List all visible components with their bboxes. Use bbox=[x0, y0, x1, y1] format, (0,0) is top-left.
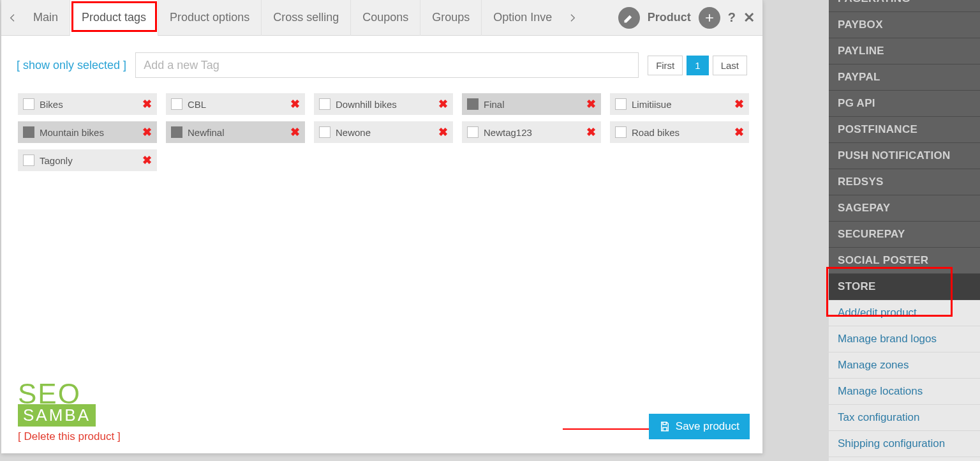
show-only-selected-link[interactable]: show only selected bbox=[17, 59, 126, 72]
tag-delete-button[interactable]: ✖ bbox=[438, 97, 448, 111]
tab-label: Coupons bbox=[362, 11, 408, 24]
right-sidebar: PAGERATINGPAYBOXPAYLINEPAYPALPG APIPOSTF… bbox=[829, 0, 980, 461]
sidebar-group[interactable]: PAYBOX bbox=[829, 12, 980, 38]
tab-product-tags[interactable]: Product tags bbox=[70, 0, 158, 36]
tab-label: Main bbox=[33, 11, 58, 24]
sidebar-sub-item[interactable]: Tax configuration bbox=[829, 405, 980, 431]
add-button[interactable] bbox=[699, 7, 720, 29]
tag-checkbox[interactable] bbox=[319, 98, 330, 110]
tag-checkbox[interactable] bbox=[23, 98, 34, 110]
sidebar-group[interactable]: SECUREPAY bbox=[829, 222, 980, 248]
pager-page-1[interactable]: 1 bbox=[687, 56, 708, 75]
tag-item: Newone✖ bbox=[314, 121, 453, 143]
tag-label: Newone bbox=[336, 127, 433, 138]
tag-label: CBL bbox=[188, 99, 285, 110]
tag-label: Limitiisue bbox=[632, 99, 729, 110]
tag-item: Tagonly✖ bbox=[18, 149, 157, 171]
tag-label: Newfinal bbox=[188, 127, 285, 138]
logo-top: SEO bbox=[18, 381, 747, 407]
tag-checkbox[interactable] bbox=[467, 126, 479, 138]
tag-item: Final✖ bbox=[462, 93, 601, 115]
tab-cross-selling[interactable]: Cross selling bbox=[262, 0, 351, 36]
tab-label: Product tags bbox=[82, 11, 146, 24]
sidebar-sub-item[interactable]: Add/edit product bbox=[829, 300, 980, 326]
tab-label: Groups bbox=[432, 11, 470, 24]
tag-item: Newfinal✖ bbox=[166, 121, 305, 143]
sidebar-group[interactable]: PG API bbox=[829, 91, 980, 117]
tag-delete-button[interactable]: ✖ bbox=[142, 153, 152, 167]
footer: SEO SAMBA Delete this product Save produ… bbox=[1, 374, 762, 453]
tab-coupons[interactable]: Coupons bbox=[351, 0, 420, 36]
sidebar-sub-item[interactable]: Shipping configuration bbox=[829, 431, 980, 457]
tag-delete-button[interactable]: ✖ bbox=[586, 97, 596, 111]
tab-label: Product options bbox=[170, 11, 249, 24]
pager: First 1 Last bbox=[648, 56, 747, 75]
tag-checkbox[interactable] bbox=[23, 126, 34, 138]
close-button[interactable]: ✕ bbox=[743, 10, 755, 26]
sidebar-group[interactable]: REDSYS bbox=[829, 169, 980, 195]
tab-label: Option Inve bbox=[493, 11, 552, 24]
tag-delete-button[interactable]: ✖ bbox=[734, 97, 744, 111]
tag-delete-button[interactable]: ✖ bbox=[142, 125, 152, 139]
sidebar-group[interactable]: PUSH NOTIFICATION bbox=[829, 143, 980, 169]
sidebar-group[interactable]: PAYLINE bbox=[829, 38, 980, 64]
tag-delete-button[interactable]: ✖ bbox=[734, 125, 744, 139]
tag-checkbox[interactable] bbox=[467, 98, 479, 110]
tab-option-inventory[interactable]: Option Inve bbox=[482, 0, 563, 36]
tag-delete-button[interactable]: ✖ bbox=[290, 97, 300, 111]
pager-first[interactable]: First bbox=[648, 56, 683, 75]
chevron-left-icon bbox=[8, 13, 18, 23]
tab-main[interactable]: Main bbox=[22, 0, 70, 36]
tag-checkbox[interactable] bbox=[171, 98, 182, 110]
logo: SEO SAMBA bbox=[18, 381, 747, 427]
tag-checkbox[interactable] bbox=[615, 126, 627, 138]
tag-delete-button[interactable]: ✖ bbox=[142, 97, 152, 111]
new-tag-input[interactable] bbox=[135, 52, 639, 78]
sidebar-group[interactable]: PAYPAL bbox=[829, 64, 980, 91]
tab-label: Cross selling bbox=[273, 11, 339, 24]
tag-item: CBL✖ bbox=[166, 93, 305, 115]
sidebar-group[interactable]: STORE bbox=[829, 274, 980, 300]
tag-item: Newtag123✖ bbox=[462, 121, 601, 143]
sidebar-sub-item[interactable]: Manage brand logos bbox=[829, 326, 980, 352]
tag-delete-button[interactable]: ✖ bbox=[586, 125, 596, 139]
tag-checkbox[interactable] bbox=[319, 126, 330, 138]
tag-item: Bikes✖ bbox=[18, 93, 157, 115]
save-label: Save product bbox=[676, 420, 739, 433]
tabs-scroll-right[interactable] bbox=[563, 0, 581, 35]
sidebar-group[interactable]: POSTFINANCE bbox=[829, 117, 980, 143]
tag-label: Tagonly bbox=[40, 155, 137, 166]
main-panel: Main Product tags Product options Cross … bbox=[1, 0, 763, 453]
edit-button[interactable] bbox=[618, 7, 640, 29]
tabs-scroll-left[interactable] bbox=[4, 0, 22, 35]
tab-groups[interactable]: Groups bbox=[420, 0, 482, 36]
tag-delete-button[interactable]: ✖ bbox=[438, 125, 448, 139]
sidebar-sub-item[interactable]: Manage zones bbox=[829, 352, 980, 379]
sidebar-group[interactable]: SOCIAL POSTER bbox=[829, 248, 980, 274]
tag-item: Road bikes✖ bbox=[610, 121, 749, 143]
sidebar-sub-item[interactable]: Merchandising bbox=[829, 457, 980, 461]
tag-grid: Bikes✖CBL✖Downhill bikes✖Final✖Limitiisu… bbox=[1, 86, 762, 179]
product-label: Product bbox=[648, 11, 691, 24]
tag-label: Newtag123 bbox=[484, 127, 581, 138]
help-button[interactable]: ? bbox=[728, 10, 736, 25]
sidebar-group[interactable]: SAGEPAY bbox=[829, 195, 980, 222]
plus-icon bbox=[703, 11, 716, 24]
tag-checkbox[interactable] bbox=[171, 126, 182, 138]
annotation-arrow bbox=[563, 424, 656, 432]
save-icon bbox=[659, 421, 671, 432]
tab-bar: Main Product tags Product options Cross … bbox=[1, 0, 762, 36]
sidebar-sub-item[interactable]: Manage locations bbox=[829, 379, 980, 405]
tab-product-options[interactable]: Product options bbox=[158, 0, 262, 36]
save-product-button[interactable]: Save product bbox=[649, 414, 750, 439]
tag-item: Downhill bikes✖ bbox=[314, 93, 453, 115]
pager-last[interactable]: Last bbox=[713, 56, 747, 75]
toolbar: show only selected First 1 Last bbox=[1, 36, 762, 86]
tag-checkbox[interactable] bbox=[615, 98, 627, 110]
tag-label: Downhill bikes bbox=[336, 99, 433, 110]
tag-delete-button[interactable]: ✖ bbox=[290, 125, 300, 139]
tag-checkbox[interactable] bbox=[23, 155, 34, 166]
sidebar-group[interactable]: PAGERATING bbox=[829, 0, 980, 12]
delete-product-link[interactable]: Delete this product bbox=[18, 430, 121, 442]
tag-label: Mountain bikes bbox=[40, 127, 137, 138]
